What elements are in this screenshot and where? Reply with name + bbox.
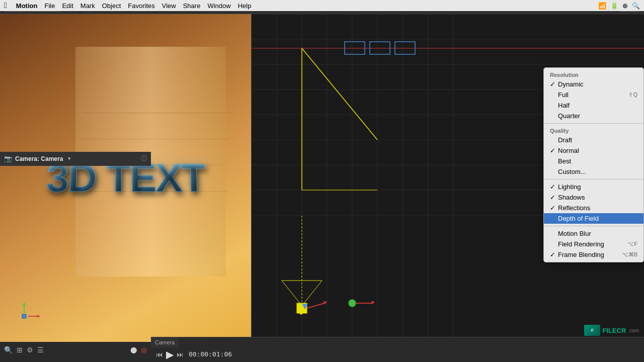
depth-of-field-item[interactable]: Depth of Field xyxy=(544,213,643,224)
menu-share[interactable]: Share xyxy=(183,2,201,10)
svg-marker-28 xyxy=(324,301,327,305)
full-label: Full xyxy=(558,91,628,99)
bluetooth-icon: ⊕ xyxy=(622,2,628,10)
half-label: Half xyxy=(558,102,637,109)
record-motion-btn[interactable]: ◎ xyxy=(141,346,147,354)
shadows-label: Shadows xyxy=(558,194,637,201)
svg-line-36 xyxy=(282,281,302,306)
menu-edit[interactable]: Edit xyxy=(62,2,73,10)
lighting-check: ✓ xyxy=(550,183,558,191)
go-to-start-button[interactable]: ⏮ xyxy=(156,350,163,358)
watermark-text: FILECR xyxy=(602,327,626,334)
reflections-label: Reflections xyxy=(558,204,637,212)
motion-blur-item[interactable]: Motion Blur xyxy=(544,228,643,239)
resolution-half[interactable]: Half xyxy=(544,100,643,111)
camera-position-marker: ◆ xyxy=(299,309,303,316)
menu-help[interactable]: Help xyxy=(238,2,252,10)
page-line-1 xyxy=(83,113,233,113)
watermark-logo: F xyxy=(584,325,600,336)
render-menu-divider-2 xyxy=(544,179,643,179)
page-line-2 xyxy=(83,139,228,139)
menu-file[interactable]: File xyxy=(44,2,55,10)
lighting-item[interactable]: ✓ Lighting xyxy=(544,182,643,192)
normal-check: ✓ xyxy=(550,147,558,154)
shadows-item[interactable]: ✓ Shadows xyxy=(544,192,643,203)
camera-props-dropdown-icon[interactable]: ▾ xyxy=(68,155,71,162)
menubar:  Motion File Edit Mark Object Favorites… xyxy=(0,0,644,11)
field-rendering-item[interactable]: Field Rendering ⌥F xyxy=(544,239,643,249)
menubar-right-icons: 📶 🔋 ⊕ 🔍 xyxy=(598,2,640,10)
keyframe-btn[interactable]: ⬤ xyxy=(130,346,137,353)
camera-props-header: 📷 Camera: Camera ▾ ⓘ xyxy=(0,152,151,166)
reflections-item[interactable]: ✓ Reflections xyxy=(544,203,643,213)
x-arrow xyxy=(37,315,40,318)
quality-normal[interactable]: ✓ Normal xyxy=(544,145,643,156)
search-btn[interactable]: 🔍 xyxy=(4,346,13,354)
settings-btn[interactable]: ⚙ xyxy=(27,346,33,354)
quality-custom[interactable]: Custom... xyxy=(544,166,643,177)
custom-label: Custom... xyxy=(558,168,637,175)
quality-section-label: Quality xyxy=(544,126,643,135)
app-name[interactable]: Motion xyxy=(16,2,38,10)
menu-view[interactable]: View xyxy=(162,2,176,10)
go-to-end-button[interactable]: ⏭ xyxy=(177,350,184,358)
dynamic-label: Dynamic xyxy=(558,80,637,88)
svg-line-23 xyxy=(302,48,377,140)
svg-marker-34 xyxy=(371,301,375,305)
axis-arrows xyxy=(10,300,40,332)
quality-draft[interactable]: Draft xyxy=(544,135,643,145)
render-menu-divider-1 xyxy=(544,123,643,124)
dynamic-check: ✓ xyxy=(550,80,558,88)
resolution-section-label: Resolution xyxy=(544,70,643,79)
shadows-check: ✓ xyxy=(550,194,558,201)
play-button[interactable]: ▶ xyxy=(166,348,174,360)
menu-window[interactable]: Window xyxy=(207,2,230,10)
playback-controls: ⏮ ▶ ⏭ xyxy=(156,348,184,360)
menu-mark[interactable]: Mark xyxy=(80,2,95,10)
search-menubar-icon[interactable]: 🔍 xyxy=(632,2,640,10)
resolution-dynamic[interactable]: ✓ Dynamic xyxy=(544,79,643,89)
frame-shortcut: ⌥⌘B xyxy=(622,251,637,258)
quarter-label: Quarter xyxy=(558,112,637,120)
full-shortcut: ⇧Q xyxy=(628,92,637,98)
render-menu-divider-3 xyxy=(544,226,643,226)
dof-label: Depth of Field xyxy=(558,215,637,222)
resolution-quarter[interactable]: Quarter xyxy=(544,111,643,121)
field-shortcut: ⌥F xyxy=(627,241,637,247)
camera-viewport: 📷 Active Camera ▾ 📹 ⊕ ↻ ☰ 3D TEXT xyxy=(0,0,252,342)
watermark-domain: .com xyxy=(628,328,639,333)
axis-svg xyxy=(10,300,40,330)
frame-label: Frame Blending xyxy=(558,251,622,258)
draft-label: Draft xyxy=(558,136,637,144)
menu-object[interactable]: Object xyxy=(102,2,121,10)
wifi-icon: 📶 xyxy=(598,2,606,10)
z-arrow xyxy=(23,302,26,305)
quality-best[interactable]: Best xyxy=(544,156,643,166)
field-label: Field Rendering xyxy=(558,240,627,248)
timeline-camera-text: Camera xyxy=(155,339,175,345)
record-btn[interactable]: ⊞ xyxy=(17,346,23,354)
resolution-full[interactable]: Full ⇧Q xyxy=(544,89,643,100)
timecode-display: 00:00:01:06 xyxy=(189,350,232,358)
normal-label: Normal xyxy=(558,147,637,154)
battery-icon: 🔋 xyxy=(610,2,618,10)
frame-blending-item[interactable]: ✓ Frame Blending ⌥⌘B xyxy=(544,249,643,260)
camera-props-title: Camera: Camera xyxy=(15,155,63,162)
apple-menu[interactable]:  xyxy=(4,1,7,10)
reflections-check: ✓ xyxy=(550,204,558,212)
watermark: F FILECR .com xyxy=(584,325,639,336)
best-label: Best xyxy=(558,157,637,165)
camera-header-icon: 📷 xyxy=(4,155,12,162)
viewport-canvas: 3D TEXT xyxy=(0,14,251,342)
lighting-label: Lighting xyxy=(558,183,637,191)
bottom-btn4[interactable]: ☰ xyxy=(37,346,44,354)
origin-box xyxy=(22,314,26,318)
camera-props-info-icon[interactable]: ⓘ xyxy=(141,154,147,163)
timeline-camera-label: Camera xyxy=(151,337,179,347)
timeline-bar: Camera ⏮ ▶ ⏭ 00:00:01:06 F FILECR .com xyxy=(151,337,644,362)
timeline-controls-row: ⏮ ▶ ⏭ 00:00:01:06 xyxy=(156,348,639,360)
svg-line-27 xyxy=(307,303,325,308)
motion-blur-label: Motion Blur xyxy=(558,230,637,237)
menu-favorites[interactable]: Favorites xyxy=(128,2,154,10)
render-dropdown-menu: Resolution ✓ Dynamic Full ⇧Q Half Quarte… xyxy=(543,67,644,262)
